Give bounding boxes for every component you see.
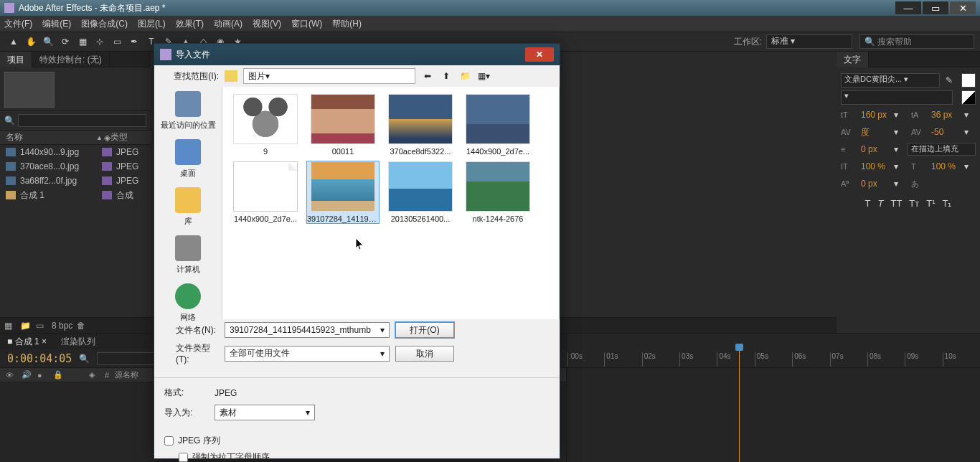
project-item[interactable]: 370ace8...0.jpgJPEG xyxy=(0,159,151,174)
fill-over-stroke[interactable]: 在描边上填充 xyxy=(908,143,976,156)
font-style-select[interactable]: ▾ xyxy=(841,90,953,105)
rotate-tool-icon[interactable]: ⟳ xyxy=(57,34,73,50)
selection-tool-icon[interactable]: ▲ xyxy=(6,34,22,50)
bold-button[interactable]: T xyxy=(865,198,871,209)
sidebar-recent[interactable]: 最近访问的位置 xyxy=(154,91,222,131)
camera-tool-icon[interactable]: ▦ xyxy=(75,34,90,50)
col-name[interactable]: 名称 xyxy=(6,131,95,143)
workspace-select[interactable]: 标准 ▾ xyxy=(766,34,852,49)
col-source-name[interactable]: 源名称 xyxy=(115,369,138,380)
dialog-close-button[interactable]: ✕ xyxy=(525,47,554,62)
menu-layer[interactable]: 图层(L) xyxy=(138,18,166,30)
solo-column-icon[interactable]: ● xyxy=(37,371,47,380)
stroke-color-swatch[interactable] xyxy=(961,90,976,105)
smallcaps-button[interactable]: Tт xyxy=(909,198,919,209)
kerning-value[interactable]: 度 xyxy=(861,126,890,138)
project-item[interactable]: 3a68ff2...0f.jpgJPEG xyxy=(0,174,151,188)
menu-effect[interactable]: 效果(T) xyxy=(176,18,204,30)
importas-select[interactable]: 素材▾ xyxy=(215,405,315,420)
tab-character[interactable]: 文字 xyxy=(837,52,869,67)
label-column-icon[interactable]: ◈ xyxy=(89,370,99,380)
col-number[interactable]: # xyxy=(105,371,109,380)
file-item[interactable]: ntk-1244-2676 xyxy=(462,161,534,223)
cancel-button[interactable]: 取消 xyxy=(395,346,454,362)
sidebar-computer[interactable]: 计算机 xyxy=(154,235,222,275)
lock-column-icon[interactable]: 🔒 xyxy=(53,370,63,380)
col-type[interactable]: 类型 xyxy=(110,131,145,143)
folder-icon[interactable]: 📁 xyxy=(20,321,32,331)
menu-view[interactable]: 视图(V) xyxy=(253,18,281,30)
shape-tool-icon[interactable]: ▭ xyxy=(109,34,125,50)
file-item[interactable]: 39107284_1411954415923_mthum xyxy=(307,161,379,223)
maximize-button[interactable]: ▭ xyxy=(923,1,948,14)
close-button[interactable]: ✕ xyxy=(950,1,976,14)
speaker-column-icon[interactable]: 🔊 xyxy=(22,370,32,380)
project-item[interactable]: 合成 1合成 xyxy=(0,188,151,202)
file-item[interactable]: 370ace8df5322... xyxy=(385,94,456,156)
italic-button[interactable]: T xyxy=(877,198,883,209)
subscript-button[interactable]: T₁ xyxy=(943,198,952,209)
force-alpha-checkbox[interactable]: 强制为拉丁字母顺序 xyxy=(164,451,550,462)
sidebar-libraries[interactable]: 库 xyxy=(154,187,222,227)
tab-project[interactable]: 项目 xyxy=(0,52,32,67)
trash-icon[interactable]: 🗑 xyxy=(77,321,88,331)
filetype-select[interactable]: 全部可使用文件▾ xyxy=(225,346,390,362)
sidebar-network[interactable]: 网络 xyxy=(154,283,222,323)
current-timecode[interactable]: 0:00:04:05 xyxy=(7,352,72,365)
anchor-tool-icon[interactable]: ⊹ xyxy=(92,34,108,50)
eye-column-icon[interactable]: 👁 xyxy=(6,371,16,380)
viewmode-icon[interactable]: ▦▾ xyxy=(477,70,490,82)
hscale-value[interactable]: 100 % xyxy=(931,161,960,171)
file-item[interactable]: 1440x900_2d7e... xyxy=(462,94,534,156)
zoom-tool-icon[interactable]: 🔍 xyxy=(40,34,56,50)
ruler-tick: 10s xyxy=(943,352,980,367)
minimize-button[interactable]: — xyxy=(895,1,921,14)
menu-file[interactable]: 文件(F) xyxy=(4,18,32,30)
project-search-input[interactable] xyxy=(18,114,146,127)
stroke-width[interactable]: 0 px xyxy=(861,144,890,154)
lookin-select[interactable]: 图片▾ xyxy=(243,68,415,84)
interpret-icon[interactable]: ▦ xyxy=(4,321,16,331)
filename-input[interactable]: 39107284_1411954415923_mthumb▾ xyxy=(225,322,390,338)
leading-value[interactable]: 36 px xyxy=(931,110,960,120)
comp-icon[interactable]: ▭ xyxy=(36,321,47,331)
allcaps-button[interactable]: TT xyxy=(890,198,902,209)
menu-window[interactable]: 窗口(W) xyxy=(291,18,322,30)
playhead[interactable] xyxy=(739,348,740,462)
sidebar-desktop[interactable]: 桌面 xyxy=(154,139,222,179)
baseline-value[interactable]: 0 px xyxy=(861,179,890,189)
open-button[interactable]: 打开(O) xyxy=(395,322,454,338)
file-item[interactable]: 1440x900_2d7e... xyxy=(230,161,301,223)
pen-tool-icon[interactable]: ✒ xyxy=(126,34,142,50)
menu-composition[interactable]: 图像合成(C) xyxy=(81,18,128,30)
fill-color-swatch[interactable] xyxy=(961,73,976,88)
project-item[interactable]: 1440x90...9.jpgJPEG xyxy=(0,145,151,159)
newfolder-icon[interactable]: 📁 xyxy=(458,70,471,82)
character-panel: 文字 文鼎DC黄阳尖... ▾ ✎ ▾ tT160 px▾ tA36 px▾ A… xyxy=(837,52,980,333)
file-list[interactable]: 900011370ace8df5322...1440x900_2d7e...14… xyxy=(222,87,560,319)
file-item[interactable]: 00011 xyxy=(307,94,379,156)
up-icon[interactable]: ⬆ xyxy=(440,70,453,82)
jpeg-sequence-checkbox[interactable]: JPEG 序列 xyxy=(164,435,550,447)
file-item[interactable]: 9 xyxy=(230,94,301,156)
ruler-tick: 07s xyxy=(830,352,867,367)
tab-comp-timeline[interactable]: ■ 合成 1 × xyxy=(0,334,54,349)
menu-animation[interactable]: 动画(A) xyxy=(214,18,242,30)
hand-tool-icon[interactable]: ✋ xyxy=(23,34,39,50)
tab-render-queue[interactable]: 渲染队列 xyxy=(54,334,103,349)
tracking-value[interactable]: -50 xyxy=(931,127,960,137)
menu-edit[interactable]: 编辑(E) xyxy=(42,18,71,30)
eyedropper-icon[interactable]: ✎ xyxy=(946,75,953,85)
font-size[interactable]: 160 px xyxy=(861,110,890,120)
vscale-value[interactable]: 100 % xyxy=(861,161,890,171)
help-search[interactable]: 🔍 搜索帮助 xyxy=(859,34,974,49)
menu-bar: 文件(F) 编辑(E) 图像合成(C) 图层(L) 效果(T) 动画(A) 视图… xyxy=(0,16,980,32)
label-icon[interactable]: ◈ xyxy=(104,133,110,143)
back-icon[interactable]: ⬅ xyxy=(421,70,434,82)
menu-help[interactable]: 帮助(H) xyxy=(332,18,362,30)
superscript-button[interactable]: T¹ xyxy=(926,198,935,209)
font-family-select[interactable]: 文鼎DC黄阳尖... ▾ xyxy=(841,73,940,88)
tab-effect-controls[interactable]: 特效控制台: (无) xyxy=(32,52,110,67)
bpc-toggle[interactable]: 8 bpc xyxy=(52,321,72,331)
file-item[interactable]: 201305261400... xyxy=(385,161,456,223)
